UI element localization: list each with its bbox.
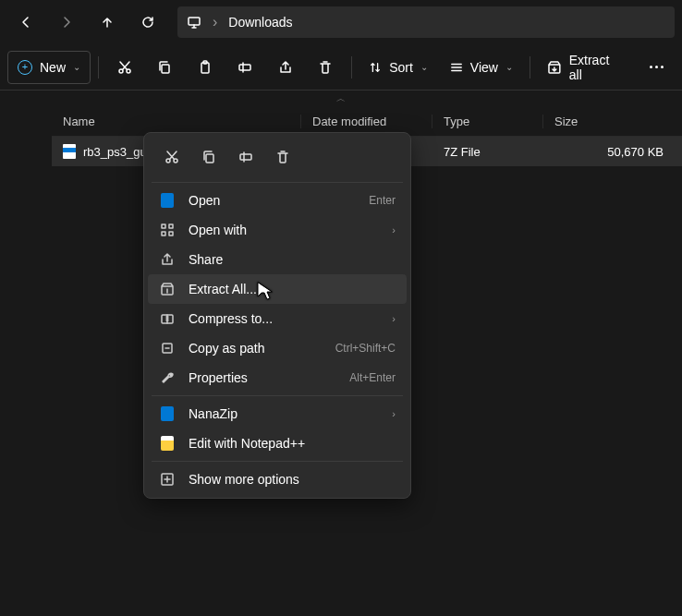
properties-icon <box>160 370 175 385</box>
ctx-extract-all-label: Extract All... <box>189 282 396 296</box>
svg-rect-10 <box>206 154 213 163</box>
file-size: 50,670 KB <box>543 145 682 159</box>
toolbar: + New ⌄ Sort ⌄ View ⌄ Extract all <box>0 44 682 91</box>
sort-icon <box>369 61 382 74</box>
notepad-icon <box>161 436 174 451</box>
context-icon-row <box>148 137 407 179</box>
ctx-rename-button[interactable] <box>229 142 262 172</box>
svg-rect-12 <box>162 224 165 228</box>
ctx-cut-button[interactable] <box>155 142 189 172</box>
more-icon <box>650 66 664 68</box>
context-separator <box>152 395 403 396</box>
ctx-open[interactable]: Open Enter <box>148 186 407 215</box>
open-with-icon <box>160 223 175 237</box>
ctx-open-with-label: Open with <box>189 223 379 237</box>
column-header-size[interactable]: Size <box>543 115 682 128</box>
chevron-down-icon: ⌄ <box>73 62 80 72</box>
share-icon <box>160 252 175 267</box>
ctx-nanazip-label: NanaZip <box>189 406 379 421</box>
chevron-right-icon: › <box>392 408 396 419</box>
ctx-copy-path-hint: Ctrl+Shift+C <box>335 342 396 355</box>
ctx-show-more[interactable]: Show more options <box>148 465 407 494</box>
ctx-copy-path[interactable]: Copy as path Ctrl+Shift+C <box>148 333 407 363</box>
refresh-button[interactable] <box>129 6 166 39</box>
extract-all-button[interactable]: Extract all <box>538 51 634 84</box>
svg-rect-15 <box>169 232 173 236</box>
plus-icon: + <box>18 60 32 75</box>
ctx-delete-button[interactable] <box>266 142 299 172</box>
toolbar-divider <box>530 56 530 79</box>
ctx-properties-label: Properties <box>189 370 336 385</box>
address-bar[interactable]: › Downloads <box>177 6 675 38</box>
svg-rect-3 <box>162 65 169 73</box>
ctx-share[interactable]: Share <box>148 245 407 274</box>
view-icon <box>450 61 463 74</box>
view-button[interactable]: View ⌄ <box>441 51 522 84</box>
ctx-copy-path-label: Copy as path <box>189 341 323 356</box>
monitor-icon <box>187 15 201 30</box>
cut-button[interactable] <box>106 51 143 84</box>
chevron-down-icon: ⌄ <box>505 62 513 72</box>
extract-icon <box>547 60 562 75</box>
show-more-icon <box>160 472 175 487</box>
titlebar: › Downloads <box>0 0 682 44</box>
sort-label: Sort <box>389 60 413 75</box>
file-type: 7Z File <box>432 145 543 159</box>
extract-icon <box>160 282 175 296</box>
chevron-right-icon: › <box>392 313 396 324</box>
context-separator <box>152 182 403 183</box>
ctx-properties-hint: Alt+Enter <box>349 371 396 384</box>
archive-icon <box>161 193 174 208</box>
chevron-down-icon: ⌄ <box>420 62 428 72</box>
compress-icon <box>160 311 175 326</box>
ctx-edit-npp-label: Edit with Notepad++ <box>189 436 396 451</box>
column-header-type[interactable]: Type <box>432 115 543 128</box>
more-button[interactable] <box>638 51 675 84</box>
svg-rect-13 <box>169 224 173 228</box>
ctx-properties[interactable]: Properties Alt+Enter <box>148 363 407 393</box>
toolbar-divider <box>351 56 352 79</box>
ctx-compress-label: Compress to... <box>189 311 379 326</box>
sort-button[interactable]: Sort ⌄ <box>359 51 437 84</box>
svg-rect-6 <box>239 65 250 70</box>
copy-path-icon <box>160 341 175 356</box>
ctx-share-label: Share <box>189 252 396 267</box>
ctx-extract-all[interactable]: Extract All... <box>148 274 407 304</box>
ctx-open-with[interactable]: Open with › <box>148 215 407 245</box>
view-label: View <box>470 60 498 75</box>
chevron-right-icon: › <box>392 224 396 236</box>
toolbar-divider <box>98 56 99 79</box>
ctx-open-label: Open <box>189 193 356 208</box>
column-header-date[interactable]: Date modified <box>301 115 432 128</box>
ctx-edit-npp[interactable]: Edit with Notepad++ <box>148 429 407 458</box>
new-button[interactable]: + New ⌄ <box>7 51 91 84</box>
ctx-open-hint: Enter <box>369 194 396 207</box>
back-button[interactable] <box>7 6 44 39</box>
collapse-chevron[interactable]: ︿ <box>0 91 682 107</box>
nanazip-icon <box>161 406 174 421</box>
rename-button[interactable] <box>227 51 264 84</box>
extract-all-label: Extract all <box>569 53 626 82</box>
forward-button[interactable] <box>48 6 85 39</box>
ctx-copy-button[interactable] <box>192 142 225 172</box>
breadcrumb-separator: › <box>213 14 217 30</box>
context-menu: Open Enter Open with › Share Extract All… <box>143 132 411 499</box>
svg-rect-0 <box>189 18 200 25</box>
share-button[interactable] <box>267 51 304 84</box>
context-separator <box>152 461 403 462</box>
up-button[interactable] <box>89 6 126 39</box>
file-icon <box>63 144 76 159</box>
copy-button[interactable] <box>147 51 184 84</box>
ctx-nanazip[interactable]: NanaZip › <box>148 399 407 429</box>
breadcrumb-location[interactable]: Downloads <box>228 15 292 30</box>
ctx-compress[interactable]: Compress to... › <box>148 304 407 333</box>
paste-button[interactable] <box>187 51 224 84</box>
delete-button[interactable] <box>308 51 345 84</box>
column-header-name[interactable]: Name <box>52 115 301 128</box>
ctx-show-more-label: Show more options <box>189 472 396 487</box>
svg-rect-11 <box>240 154 251 160</box>
new-label: New <box>40 60 66 75</box>
svg-rect-14 <box>162 232 165 236</box>
